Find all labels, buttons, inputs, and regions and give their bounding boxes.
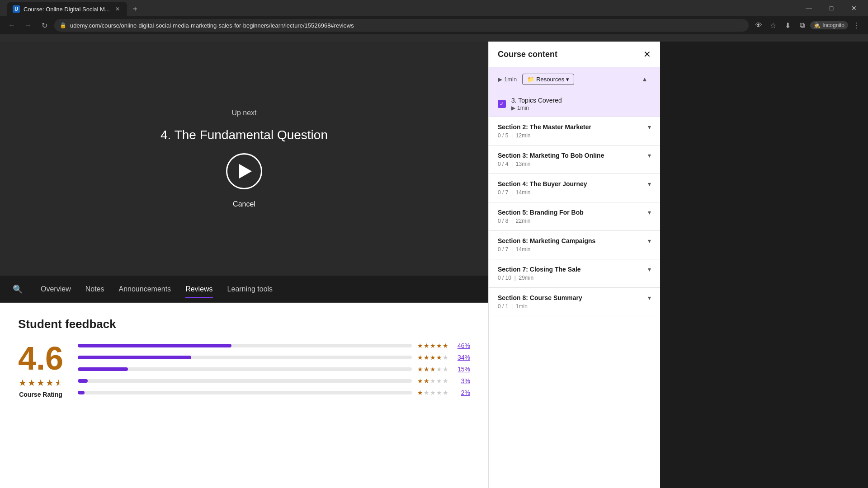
section-header-8[interactable]: Section 8: Course Summary 0 / 1 | 1min ▾ xyxy=(489,288,660,316)
star-2: ★ xyxy=(28,377,36,388)
download-icon[interactable]: ⬇ xyxy=(781,19,794,32)
section-title-7: Section 7: Closing The Sale xyxy=(498,266,644,273)
section-title-3: Section 3: Marketing To Bob Online xyxy=(498,152,644,159)
tab-announcements[interactable]: Announcements xyxy=(118,282,171,297)
tab-learning-tools[interactable]: Learning tools xyxy=(227,282,273,297)
maximize-button[interactable]: □ xyxy=(821,1,842,15)
bar-row-1: ★ ★ ★ ★ ★ 2% xyxy=(78,389,470,396)
tab-overview[interactable]: Overview xyxy=(41,282,71,297)
bar-row-2: ★ ★ ★ ★ ★ 3% xyxy=(78,377,470,385)
bar-fill-1 xyxy=(78,391,85,394)
up-next-label: Up next xyxy=(231,109,256,117)
extensions-icon[interactable]: ⧉ xyxy=(796,19,808,32)
address-bar[interactable]: 🔒 udemy.com/course/online-digital-social… xyxy=(54,19,749,32)
minimize-button[interactable]: — xyxy=(798,1,819,15)
section-meta-3: 0 / 4 | 13min xyxy=(498,161,644,167)
section-header-2[interactable]: Section 2: The Master Marketer 0 / 5 | 1… xyxy=(489,117,660,145)
tab-reviews[interactable]: Reviews xyxy=(185,282,212,297)
search-icon[interactable]: 🔍 xyxy=(9,281,26,298)
star-half: ★★ xyxy=(55,377,63,388)
section-header-6[interactable]: Section 6: Marketing Campaigns 0 / 7 | 1… xyxy=(489,231,660,259)
tab-close-button[interactable]: ✕ xyxy=(113,5,122,13)
current-duration: ▶ 1min xyxy=(498,76,517,83)
incognito-icon: 🕵 xyxy=(814,22,821,28)
rating-container: 4.6 ★ ★ ★ ★ ★★ Course Rating xyxy=(18,342,470,401)
section-info-6: Section 6: Marketing Campaigns 0 / 7 | 1… xyxy=(498,237,644,253)
panel-header: Course content ✕ xyxy=(489,42,660,67)
bar-pct-5[interactable]: 46% xyxy=(454,342,470,349)
bar-row-3: ★ ★ ★ ★ ★ 15% xyxy=(78,366,470,373)
tab-notes[interactable]: Notes xyxy=(85,282,104,297)
section-info-3: Section 3: Marketing To Bob Online 0 / 4… xyxy=(498,152,644,167)
bar-track-1 xyxy=(78,391,412,394)
lesson-checkbox[interactable]: ✓ xyxy=(498,100,506,108)
section-info-7: Section 7: Closing The Sale 0 / 10 | 29m… xyxy=(498,266,644,281)
resources-button[interactable]: 📁 Resources ▾ xyxy=(522,74,574,85)
bar-track-3 xyxy=(78,367,412,371)
lesson-info: 3. Topics Covered ▶ 1min xyxy=(511,97,651,111)
section-meta-2: 0 / 5 | 12min xyxy=(498,132,644,139)
star-3: ★ xyxy=(37,377,45,388)
panel-sections: Section 2: The Master Marketer 0 / 5 | 1… xyxy=(489,117,660,488)
scroll-up-button[interactable]: ▲ xyxy=(638,73,651,85)
chevron-down-icon-6: ▾ xyxy=(648,237,651,244)
bar-fill-3 xyxy=(78,367,128,371)
chevron-down-icon-7: ▾ xyxy=(648,266,651,273)
section-meta-5: 0 / 8 | 22min xyxy=(498,218,644,224)
course-content-area: Student feedback 4.6 ★ ★ ★ ★ ★★ xyxy=(0,303,488,488)
menu-icon[interactable]: ⋮ xyxy=(850,19,863,32)
window-controls: — □ ✕ xyxy=(798,1,864,15)
bookmark-icon[interactable]: ☆ xyxy=(767,19,779,32)
bar-pct-4[interactable]: 34% xyxy=(454,354,470,361)
section-header-5[interactable]: Section 5: Branding For Bob 0 / 8 | 22mi… xyxy=(489,202,660,230)
star-4: ★ xyxy=(46,377,54,388)
current-lesson-item[interactable]: ✓ 3. Topics Covered ▶ 1min xyxy=(489,91,660,117)
panel-close-button[interactable]: ✕ xyxy=(643,49,651,60)
new-tab-button[interactable]: + xyxy=(129,3,142,15)
section-title-8: Section 8: Course Summary xyxy=(498,294,644,301)
bar-stars-2: ★ ★ ★ ★ ★ xyxy=(417,377,448,385)
bar-pct-3[interactable]: 15% xyxy=(454,366,470,373)
section-title-4: Section 4: The Buyer Journey xyxy=(498,180,644,188)
lesson-name: 3. Topics Covered xyxy=(511,97,651,104)
course-content-panel: Course content ✕ ▶ 1min 📁 Resources ▾ ▲ … xyxy=(488,42,660,488)
section-info-8: Section 8: Course Summary 0 / 1 | 1min xyxy=(498,294,644,310)
lock-icon: 🔒 xyxy=(60,22,66,28)
video-icon-small: ▶ xyxy=(511,105,515,111)
section-header-3[interactable]: Section 3: Marketing To Bob Online 0 / 4… xyxy=(489,145,660,174)
active-tab[interactable]: U Course: Online Digital Social M... ✕ xyxy=(7,2,127,16)
chevron-down-icon-3: ▾ xyxy=(648,152,651,159)
bar-pct-2[interactable]: 3% xyxy=(454,377,470,385)
video-section: Up next 4. The Fundamental Question Canc… xyxy=(0,42,488,488)
panel-current-item: ▶ 1min 📁 Resources ▾ ▲ xyxy=(489,67,660,91)
up-next-title: 4. The Fundamental Question xyxy=(160,128,328,142)
back-button[interactable]: ← xyxy=(5,19,18,32)
eye-icon[interactable]: 👁 xyxy=(752,19,765,32)
section-meta-7: 0 / 10 | 29min xyxy=(498,275,644,281)
video-icon: ▶ xyxy=(498,76,502,83)
feedback-title: Student feedback xyxy=(18,317,470,331)
close-button[interactable]: ✕ xyxy=(844,1,864,15)
section-meta-6: 0 / 7 | 14min xyxy=(498,246,644,253)
section-meta-8: 0 / 1 | 1min xyxy=(498,303,644,310)
lesson-duration: ▶ 1min xyxy=(511,105,651,111)
chevron-down-icon-8: ▾ xyxy=(648,294,651,301)
up-next-overlay: Up next 4. The Fundamental Question Canc… xyxy=(160,109,328,208)
bar-pct-1[interactable]: 2% xyxy=(454,389,470,396)
video-player[interactable]: Up next 4. The Fundamental Question Canc… xyxy=(0,42,488,276)
section-item-8: Section 8: Course Summary 0 / 1 | 1min ▾ xyxy=(489,288,660,316)
section-info-4: Section 4: The Buyer Journey 0 / 7 | 14m… xyxy=(498,180,644,196)
bar-fill-2 xyxy=(78,379,88,383)
section-header-4[interactable]: Section 4: The Buyer Journey 0 / 7 | 14m… xyxy=(489,174,660,202)
incognito-label: Incognito xyxy=(822,22,844,28)
cancel-button[interactable]: Cancel xyxy=(233,200,255,208)
incognito-badge: 🕵 Incognito xyxy=(810,21,848,29)
reload-button[interactable]: ↻ xyxy=(38,19,51,32)
overall-rating: 4.6 ★ ★ ★ ★ ★★ Course Rating xyxy=(18,342,63,398)
section-header-7[interactable]: Section 7: Closing The Sale 0 / 10 | 29m… xyxy=(489,259,660,287)
section-title-2: Section 2: The Master Marketer xyxy=(498,123,644,131)
rating-bars: ★ ★ ★ ★ ★ 46% xyxy=(78,342,470,401)
forward-button[interactable]: → xyxy=(22,19,34,32)
tab-favicon: U xyxy=(13,5,20,13)
play-button[interactable] xyxy=(226,153,262,189)
